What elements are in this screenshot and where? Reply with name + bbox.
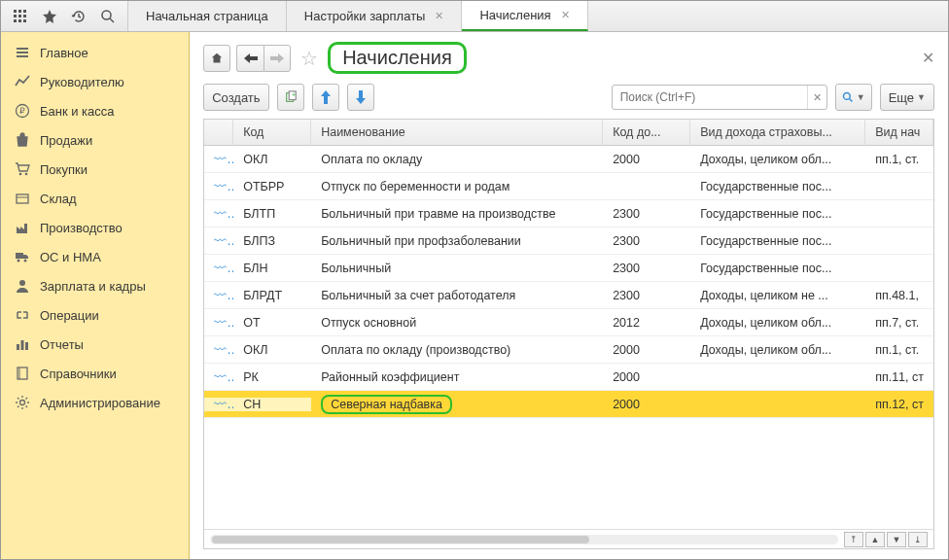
sidebar-item-3[interactable]: Продажи <box>1 125 189 155</box>
cell-ins: Доходы, целиком не ... <box>690 289 865 302</box>
table-row[interactable]: 〰СНСеверная надбавка2000пп.12, ст <box>204 391 933 418</box>
table-row[interactable]: 〰ОКЛОплата по окладу2000Доходы, целиком … <box>204 146 933 173</box>
search-input[interactable] <box>613 90 807 104</box>
cell-code: БЛРДТ <box>233 289 311 302</box>
menu-icon <box>15 45 30 60</box>
table-row[interactable]: 〰БЛПЗБольничный при профзаболевании2300Г… <box>204 228 933 255</box>
cell-ins: Государственные пос... <box>690 234 865 248</box>
sidebar-item-label: Руководителю <box>40 75 124 89</box>
star-icon[interactable] <box>42 9 57 24</box>
search-box: ✕ <box>612 85 827 110</box>
more-button[interactable]: Еще▼ <box>880 84 934 111</box>
content-area: ☆ Начисления ✕ Создать + ✕ ▼ Еще▼ Код На… <box>190 32 948 559</box>
table-row[interactable]: 〰ОКЛОплата по окладу (производство)2000Д… <box>204 336 933 364</box>
sidebar-item-2[interactable]: ₽Банк и касса <box>1 96 189 125</box>
cell-name: Больничный <box>311 262 603 275</box>
tab-home[interactable]: Начальная страница <box>128 1 287 31</box>
svg-rect-18 <box>17 194 28 203</box>
col-name[interactable]: Наименование <box>311 120 603 145</box>
svg-text:₽: ₽ <box>19 106 25 116</box>
col-vn[interactable]: Вид нач <box>865 120 933 145</box>
ops-icon <box>15 307 30 323</box>
table-row[interactable]: 〰ОТОтпуск основной2012Доходы, целиком об… <box>204 309 933 336</box>
table-footer: ⤒ ▲ ▼ ⤓ <box>204 529 933 548</box>
cell-name: Северная надбавка <box>311 395 603 414</box>
svg-point-9 <box>102 11 111 19</box>
sidebar-item-10[interactable]: Отчеты <box>1 330 189 359</box>
sidebar-item-4[interactable]: Покупки <box>1 155 189 184</box>
cell-code: РК <box>233 370 311 384</box>
bag-icon <box>15 132 30 148</box>
cell-code: ОТБРР <box>233 180 311 193</box>
svg-line-33 <box>18 398 19 400</box>
copy-button[interactable]: + <box>277 84 304 111</box>
forward-button[interactable] <box>264 45 291 72</box>
table-row[interactable]: 〰БЛТПБольничный при травме на производст… <box>204 200 933 228</box>
person-icon <box>15 278 30 294</box>
table-row[interactable]: 〰РКРайонный коэффициент2000пп.11, ст <box>204 364 933 391</box>
svg-rect-4 <box>18 15 21 18</box>
close-icon[interactable]: ✕ <box>561 9 570 21</box>
search-button[interactable]: ▼ <box>835 84 872 111</box>
scroll-bottom-button[interactable]: ⤓ <box>908 532 928 547</box>
move-up-button[interactable] <box>312 84 339 111</box>
sidebar: ГлавноеРуководителю₽Банк и кассаПродажиП… <box>1 32 190 559</box>
horizontal-scrollbar[interactable] <box>210 535 838 544</box>
sidebar-item-5[interactable]: Склад <box>1 184 189 213</box>
table-row[interactable]: 〰БЛНБольничный2300Государственные пос... <box>204 255 933 282</box>
scroll-top-button[interactable]: ⤒ <box>844 532 863 547</box>
sidebar-item-1[interactable]: Руководителю <box>1 67 189 96</box>
cell-ins: Государственные пос... <box>690 207 865 221</box>
back-button[interactable] <box>236 45 264 72</box>
cell-name: Больничный за счет работодателя <box>311 289 603 302</box>
create-button[interactable]: Создать <box>203 84 268 111</box>
tab-accruals[interactable]: Начисления✕ <box>462 1 587 31</box>
sidebar-item-11[interactable]: Справочники <box>1 359 189 388</box>
row-marker-icon: 〰 <box>204 343 233 357</box>
cell-kd: 2000 <box>603 398 690 411</box>
table-row[interactable]: 〰БЛРДТБольничный за счет работодателя230… <box>204 282 933 309</box>
svg-point-17 <box>25 173 28 176</box>
cart-icon <box>15 161 30 177</box>
table-row[interactable]: 〰ОТБРРОтпуск по беременности и родамГосу… <box>204 173 933 200</box>
row-marker-icon: 〰 <box>204 289 233 302</box>
apps-icon[interactable] <box>13 9 28 24</box>
tab-salary-settings[interactable]: Настройки зарплаты✕ <box>287 1 463 31</box>
sidebar-item-0[interactable]: Главное <box>1 38 189 67</box>
search-icon[interactable] <box>100 9 116 24</box>
sidebar-item-label: Банк и касса <box>40 104 115 119</box>
scroll-up-button[interactable]: ▲ <box>865 532 885 547</box>
cell-name: Отпуск основной <box>311 316 603 330</box>
close-page-button[interactable]: ✕ <box>922 49 934 67</box>
move-down-button[interactable] <box>347 84 374 111</box>
cell-ins: Доходы, целиком обл... <box>690 316 865 330</box>
svg-rect-0 <box>14 10 17 13</box>
scroll-down-button[interactable]: ▼ <box>887 532 906 547</box>
svg-rect-24 <box>21 340 24 350</box>
col-code[interactable]: Код <box>233 120 311 145</box>
cell-ins: Доходы, целиком обл... <box>690 153 865 166</box>
sidebar-item-6[interactable]: Производство <box>1 213 189 242</box>
col-ins[interactable]: Вид дохода страховы... <box>690 120 865 145</box>
sidebar-item-8[interactable]: Зарплата и кадры <box>1 271 189 300</box>
sidebar-item-12[interactable]: Администрирование <box>1 388 189 417</box>
row-marker-icon: 〰 <box>204 370 233 384</box>
cell-code: БЛН <box>233 262 311 275</box>
cell-code: ОКЛ <box>233 343 311 357</box>
cell-vn: пп.11, ст <box>865 370 933 384</box>
sidebar-item-7[interactable]: ОС и НМА <box>1 242 189 271</box>
cell-vn: пп.7, ст. <box>865 316 933 330</box>
home-button[interactable] <box>203 45 230 72</box>
svg-rect-25 <box>25 342 28 350</box>
gear-icon <box>15 395 30 410</box>
tab-bar: Начальная страница Настройки зарплаты✕ Н… <box>128 1 588 31</box>
clear-search-button[interactable]: ✕ <box>807 86 826 109</box>
history-icon[interactable] <box>71 9 87 24</box>
sidebar-item-9[interactable]: Операции <box>1 300 189 330</box>
favorite-icon[interactable]: ☆ <box>300 47 318 70</box>
col-kd[interactable]: Код до... <box>603 120 690 145</box>
cell-vn: пп.1, ст. <box>865 153 933 166</box>
sidebar-item-label: Отчеты <box>40 337 84 352</box>
svg-text:+: + <box>291 91 295 98</box>
close-icon[interactable]: ✕ <box>435 10 443 22</box>
